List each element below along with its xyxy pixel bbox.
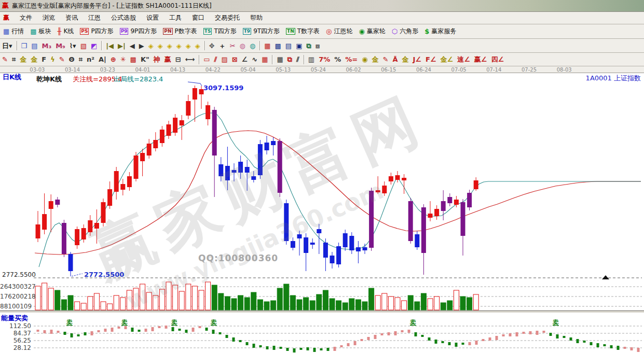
width-arrows-button[interactable]: ⟷ xyxy=(184,55,197,64)
winner-wheel-button[interactable]: ◉赢家轮 xyxy=(356,26,388,37)
next-button[interactable]: ▶ xyxy=(138,41,146,50)
web-box-button[interactable]: ▩ xyxy=(129,55,138,64)
angle-line-button[interactable]: ∠ xyxy=(240,55,250,64)
fibo-f-button[interactable]: F xyxy=(40,55,48,64)
kline-button[interactable]: ╫K线 xyxy=(55,26,77,37)
menu-window[interactable]: 窗口 xyxy=(187,12,210,23)
save-button[interactable]: ▣ xyxy=(294,41,304,50)
9t-square-button[interactable]: T99T四方形 xyxy=(240,26,282,37)
menu-trade-entrust[interactable]: 交易委托 xyxy=(210,12,245,23)
box-cross-button[interactable]: ⊠ xyxy=(230,55,239,64)
prev-button[interactable]: ◀ xyxy=(128,41,136,50)
wave-line-button[interactable]: ∿ xyxy=(250,55,259,64)
menu-file[interactable]: 文件 xyxy=(15,12,37,23)
k-quote-button[interactable]: K" xyxy=(139,55,151,64)
remote-pc-button[interactable]: ⧈ xyxy=(314,41,321,50)
a-flag-button[interactable]: A| xyxy=(97,55,108,64)
angle-gold-button[interactable]: 金∠ xyxy=(439,55,455,64)
chart-window-button[interactable]: ❒ xyxy=(20,41,29,50)
ying-lines-button[interactable]: 赢 xyxy=(163,55,173,64)
gold-level-button[interactable]: 金 xyxy=(18,55,28,64)
pane-separator[interactable] xyxy=(0,310,644,313)
box-fan-button[interactable]: ▨ xyxy=(220,55,229,64)
pencil-tool-button[interactable]: ✎ xyxy=(1,55,9,64)
zoom-h-expand-button[interactable]: ◈ xyxy=(166,41,174,50)
title-bar[interactable]: 赢 赢家江恩专业版[赢家内部服务平台] - [上证指数 SH1A0001-111… xyxy=(0,0,644,12)
menu-gann[interactable]: 江恩 xyxy=(83,12,106,23)
memo-button[interactable]: ▤ xyxy=(284,41,293,50)
grid-dark-button[interactable]: ▦ xyxy=(275,55,284,64)
first-page-button[interactable]: |◀ xyxy=(104,41,115,50)
angle-ying-button[interactable]: 赢∠ xyxy=(473,55,489,64)
candle-style-button[interactable]: ⌇▾ xyxy=(68,41,78,50)
analysis-b-button[interactable]: ◍ xyxy=(248,41,257,50)
box-arrow-button[interactable]: ⧉ xyxy=(286,55,294,64)
pencil2-button[interactable]: ✎ xyxy=(58,55,66,64)
candle-period-button[interactable]: 日▾ xyxy=(1,41,14,50)
percent-button[interactable]: % xyxy=(333,55,342,64)
ruler-ticks-button[interactable]: ⌗ xyxy=(10,55,17,64)
zoom-h-compress-button[interactable]: ◈ xyxy=(175,41,183,50)
crosshair-button[interactable]: ＋ xyxy=(217,41,227,50)
calendar-button[interactable]: ▦ xyxy=(263,41,272,50)
seven-pct-button[interactable]: 7% xyxy=(317,55,332,64)
p-digit-button[interactable]: PNP数字表 xyxy=(160,26,199,37)
gold-dash-button[interactable]: 金 xyxy=(401,55,410,64)
scroll-indicator-triangle[interactable] xyxy=(602,275,609,279)
hexagon-button[interactable]: ⬡六角形 xyxy=(389,26,421,37)
energy-mark xyxy=(104,329,107,332)
hand-drag-button[interactable]: ✥ xyxy=(208,41,216,50)
ruler-123-button[interactable]: ⊟ xyxy=(174,55,183,64)
bar-steps-button[interactable]: ▥ xyxy=(307,55,316,64)
ruler-grid-button[interactable]: ⌗ xyxy=(77,55,84,64)
info-panel-button[interactable]: ▤ xyxy=(30,41,39,50)
grid-red-button[interactable]: ▦ xyxy=(260,55,269,64)
gold-level2-button[interactable]: 金 xyxy=(29,55,39,64)
spiral-button[interactable]: ϟ xyxy=(49,55,57,64)
calculator-button[interactable]: ▩ xyxy=(273,41,283,50)
parallel-lines-button[interactable]: ⫽ xyxy=(295,55,301,64)
ma9-button[interactable]: M₉ xyxy=(54,41,67,50)
brush-bars-button[interactable]: ✎ xyxy=(381,55,390,64)
color-chart-button[interactable]: ◩ xyxy=(89,41,99,50)
zoom-all-compress-button[interactable]: ◈ xyxy=(184,41,193,50)
menu-settings[interactable]: 设置 xyxy=(141,12,164,23)
sector-button[interactable]: ▩板块 xyxy=(28,26,53,37)
9p-square-button[interactable]: P99P四方形 xyxy=(117,26,160,37)
clock-circle-button[interactable]: Θ xyxy=(67,55,76,64)
analysis-a-button[interactable]: ◍ xyxy=(238,41,247,50)
menu-formula-stock-pick[interactable]: 公式选股 xyxy=(106,12,141,23)
quote-button[interactable]: ▦行情 xyxy=(1,26,26,37)
n-square-button[interactable]: n² xyxy=(85,55,96,64)
angle-j-button[interactable]: J∠ xyxy=(412,55,423,64)
menu-news[interactable]: 资讯 xyxy=(60,12,83,23)
gann-web-button[interactable]: ✳ xyxy=(119,55,128,64)
t-square-button[interactable]: TST四方形 xyxy=(201,26,239,37)
angle-f-button[interactable]: F∠ xyxy=(424,55,438,64)
winner-service-button[interactable]: $赢家服务 xyxy=(422,26,459,37)
menu-help[interactable]: 帮助 xyxy=(245,12,268,23)
measure-button[interactable]: ✂ xyxy=(228,41,237,50)
last-page-button[interactable]: ▶| xyxy=(116,41,127,50)
gold-circle-button[interactable]: ◉ xyxy=(360,55,369,64)
box-frame-button[interactable]: ▭ xyxy=(202,55,211,64)
ma3-button[interactable]: M₃ xyxy=(40,41,53,50)
angle-si-button[interactable]: 四∠ xyxy=(490,55,506,64)
zoom-all-expand-button[interactable]: ◈ xyxy=(194,41,202,50)
percent-line-button[interactable]: %= xyxy=(344,55,359,64)
menu-tools[interactable]: 工具 xyxy=(164,12,187,23)
menu-browse[interactable]: 浏览 xyxy=(37,12,60,23)
gann-compass-button[interactable]: ⊕ xyxy=(109,55,118,64)
zoom-right-button[interactable]: ◈ xyxy=(156,41,165,50)
shen-lines-button[interactable]: 神 xyxy=(152,55,162,64)
t-digit-button[interactable]: TNT数字表 xyxy=(283,26,322,37)
p-square-button[interactable]: PSP四方形 xyxy=(77,26,116,37)
fan-lines-button[interactable]: ⫽ xyxy=(213,55,219,64)
pattern-box-button[interactable]: ▧ xyxy=(79,41,88,50)
a-wave-button[interactable]: Ā xyxy=(391,55,399,64)
gold-underline-button[interactable]: 金 xyxy=(371,55,380,64)
gann-wheel-button[interactable]: ◎江恩轮 xyxy=(323,26,355,37)
angle-su-button[interactable]: 速∠ xyxy=(456,55,472,64)
zoom-left-button[interactable]: ◈ xyxy=(147,41,155,50)
network-button[interactable]: ⧉ xyxy=(305,41,312,50)
